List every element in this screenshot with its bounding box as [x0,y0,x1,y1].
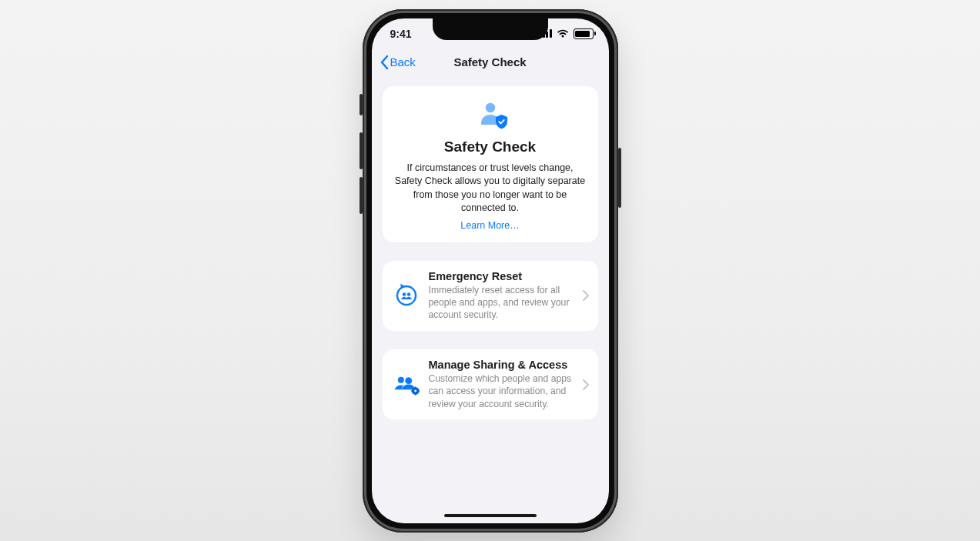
nav-title: Safety Check [453,55,526,68]
hero-body: If circumstances or trust levels change,… [395,162,586,215]
home-indicator[interactable] [444,514,537,517]
row-manage-sharing[interactable]: Manage Sharing & Access Customize which … [383,349,598,419]
iphone-frame: 9:41 Back Safety Check [363,9,618,533]
wifi-icon [557,29,569,38]
svg-point-4 [397,376,403,382]
svg-rect-11 [417,390,419,392]
volume-down [360,177,363,214]
chevron-right-icon [583,379,589,390]
svg-point-7 [414,389,416,392]
hero-card: Safety Check If circumstances or trust l… [383,86,598,242]
svg-point-2 [402,293,405,296]
svg-rect-8 [414,386,416,389]
hero-title: Safety Check [395,139,586,155]
status-time: 9:41 [390,28,412,40]
power-button [618,148,621,208]
svg-point-1 [397,286,416,305]
svg-rect-9 [414,393,416,396]
row-emergency-reset[interactable]: Emergency Reset Immediately reset access… [383,261,598,331]
mute-switch [360,94,363,115]
learn-more-link[interactable]: Learn More… [460,220,519,231]
person-shield-icon [477,100,503,126]
volume-up [360,132,363,169]
row-title: Manage Sharing & Access [429,359,574,371]
nav-bar: Back Safety Check [372,49,609,75]
svg-point-5 [405,377,412,384]
row-description: Immediately reset access for all people … [429,284,574,322]
people-gear-icon [393,372,420,398]
screen: 9:41 Back Safety Check [372,18,609,523]
svg-point-3 [406,293,410,296]
chevron-left-icon [380,55,389,69]
svg-rect-10 [410,390,413,392]
notch [433,18,548,40]
reset-people-icon [393,282,420,309]
chevron-right-icon [583,290,589,301]
back-label: Back [390,55,416,68]
svg-point-0 [485,102,494,112]
battery-icon [574,28,594,39]
content: Safety Check If circumstances or trust l… [372,75,609,420]
back-button[interactable]: Back [380,55,416,69]
row-description: Customize which people and apps can acce… [429,372,574,410]
row-title: Emergency Reset [429,270,574,282]
